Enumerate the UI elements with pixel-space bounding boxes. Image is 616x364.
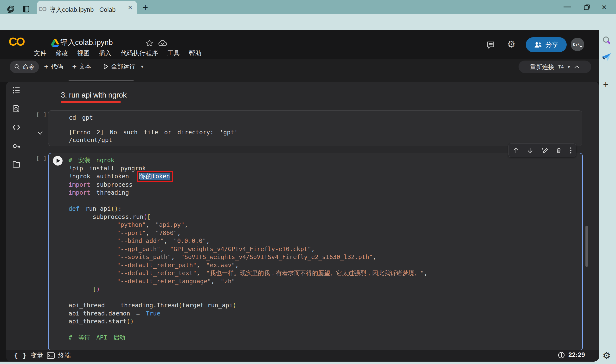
cell1-code[interactable]: cd gpt [69,114,93,121]
code-editor[interactable]: # 安装 ngrok!pip install pyngrok!ngrok aut… [69,156,428,342]
code-line[interactable] [69,197,428,205]
window-restore-button[interactable] [583,3,591,11]
code-line[interactable]: "--sovits_path", "SoVITS_weights_v4/SoVI… [69,253,428,261]
table-of-contents-icon[interactable] [12,86,21,95]
braces-icon: { } [14,352,27,359]
code-line[interactable]: def run_api(): [69,205,428,213]
code-line[interactable]: !pip install pyngrok [69,164,428,172]
menu-view[interactable]: 视图 [77,49,90,57]
cell1-output-line: /content/gpt [69,136,112,143]
status-time: 22:29 [568,351,585,359]
notebook-title[interactable]: 導入colab.ipynb [60,38,113,48]
share-button[interactable]: 分享 [526,37,567,52]
add-text-label: 文本 [79,63,91,70]
run-cell-button[interactable] [53,156,63,166]
code-line[interactable]: "--bind_addr", "0.0.0.0", [69,237,428,245]
window-minimize-button[interactable] [563,6,572,8]
terminal-icon [47,352,55,359]
resources-caret-icon[interactable]: ▾ [568,64,570,70]
find-replace-icon[interactable] [12,104,21,113]
sidebar-add-icon[interactable]: + [603,79,609,90]
code-cell-2-selected[interactable]: # 安装 ngrok!pip install pyngrok!ngrok aut… [48,153,583,351]
code-line[interactable]: "python", "api.py", [69,221,428,229]
tab-close-icon[interactable]: × [128,3,132,12]
code-line[interactable]: api_thread.start() [69,317,428,325]
code-line[interactable]: "--default_refer_language", "zh" [69,277,428,286]
plus-icon: + [44,63,49,70]
delete-cell-trash-icon[interactable] [555,147,562,154]
collapse-chevron-icon[interactable] [574,65,580,69]
code-line[interactable]: api_thread = threading.Thread(target=run… [69,301,428,310]
colab-favicon: CO [39,6,46,13]
plus-icon: + [72,63,77,70]
new-tab-button[interactable]: + [142,2,148,13]
move-cell-up-icon[interactable] [512,147,519,154]
run-options-caret-icon[interactable]: ▾ [141,64,143,69]
code-line[interactable]: ]) [69,285,428,293]
settings-gear-icon[interactable]: ⚙ [507,39,515,50]
star-icon[interactable] [145,39,154,47]
code-line[interactable]: # 等待 API 启动 [69,334,428,342]
add-code-label: 代码 [51,63,63,70]
variables-button[interactable]: { } 变量 [14,351,43,360]
selected-token[interactable]: 你的token [140,173,170,180]
code-line[interactable]: # 安装 ngrok [69,156,428,164]
secrets-key-icon[interactable] [12,142,21,150]
code-line[interactable]: subprocess.run([ [69,213,428,221]
code-line[interactable]: !ngrok authtoken 你的token [69,172,428,181]
add-code-button[interactable]: + 代码 [44,63,63,70]
colab-profile-avatar[interactable]: C:\_ [571,38,584,51]
tab-title: 導入colab.ipynb - Colab [50,6,116,14]
move-cell-down-icon[interactable] [527,147,534,154]
token-red-annotation-box: 你的token [137,171,173,182]
menu-file[interactable]: 文件 [34,49,46,57]
workspaces-icon[interactable] [7,5,15,13]
cell-output-divider [48,126,582,126]
menu-bar: 文件 修改 视图 插入 代码执行程序 工具 帮助 [34,49,201,57]
terminal-label: 终端 [58,351,71,360]
menu-help[interactable]: 帮助 [189,49,201,57]
cell2-gutter[interactable]: [ ] [36,155,47,161]
files-folder-icon[interactable] [12,160,21,169]
execution-time-indicator[interactable]: 22:29 [558,351,585,359]
reconnect-label: 重新连接 [530,63,554,71]
code-line[interactable]: "--default_refer_text", "我也一样。现实里的我，有着求而… [69,269,428,277]
run-all-button[interactable]: 全部运行 ▾ [103,63,143,70]
terminal-button[interactable]: 终端 [47,351,71,360]
code-line[interactable]: import subprocess [69,181,428,189]
notebook-scrollbar-thumb[interactable] [586,226,588,267]
code-snippets-icon[interactable] [12,123,21,132]
sidebar-settings-icon[interactable]: ⚙ [602,350,611,361]
cloud-saved-icon[interactable] [158,39,168,47]
comments-icon[interactable] [486,40,495,50]
menu-tools[interactable]: 工具 [167,49,180,57]
code-line[interactable]: api_thread.daemon = True [69,310,428,318]
drive-icon [50,39,60,48]
people-icon [534,41,542,48]
code-line[interactable] [69,325,428,334]
code-line[interactable]: "--port", "7860", [69,229,428,237]
sidebar-send-icon[interactable] [601,52,612,62]
output-collapse-chevron-icon[interactable] [37,131,43,135]
code-line[interactable]: "--gpt_path", "GPT_weights_v4/GPTv4_Fire… [69,245,428,253]
sidebar-search-icon[interactable] [602,36,611,45]
menu-edit[interactable]: 修改 [56,49,68,57]
command-palette-button[interactable]: 命令 [10,61,39,73]
bottom-status-bar [6,350,599,361]
play-icon [56,158,60,163]
ai-edit-pencil-icon[interactable] [541,147,548,154]
cell1-gutter[interactable]: [ ] [36,112,47,117]
menu-runtime[interactable]: 代码执行程序 [121,49,158,57]
reconnect-button[interactable]: 重新连接 T4 ▾ [518,61,591,73]
code-line[interactable]: "--default_refer_path", "ex.wav", [69,261,428,269]
window-close-button[interactable]: × [602,2,607,13]
code-line[interactable] [69,293,428,301]
code-cell-1[interactable]: cd gpt [Errno 2] No such file or directo… [48,110,582,146]
more-actions-kebab-icon[interactable] [569,147,573,154]
code-line[interactable]: import threading [69,189,428,197]
colab-logo[interactable]: CO [9,35,24,48]
menu-insert[interactable]: 插入 [99,49,112,57]
vertical-tabs-icon[interactable] [22,5,30,13]
add-text-button[interactable]: + 文本 [72,63,91,70]
run-icon [103,64,109,70]
